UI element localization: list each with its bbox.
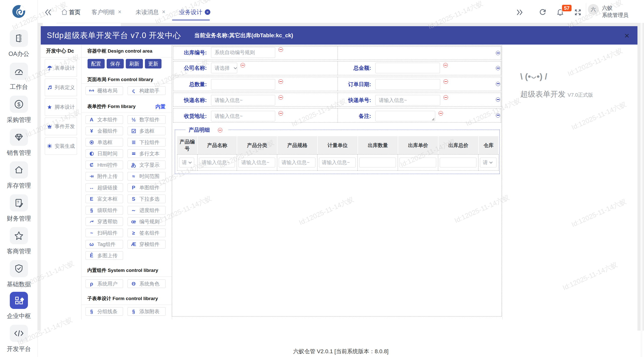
svg-text:$: $: [17, 101, 20, 107]
svg-text:?: ?: [17, 200, 19, 204]
